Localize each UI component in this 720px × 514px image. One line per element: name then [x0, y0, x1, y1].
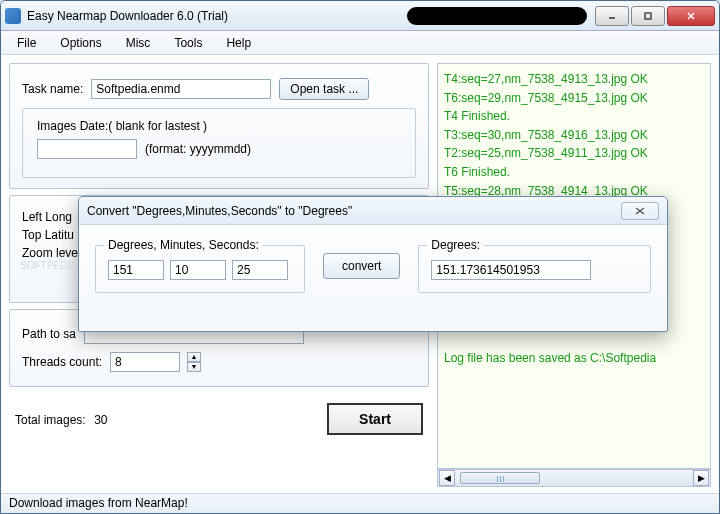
threads-label: Threads count:: [22, 355, 102, 369]
seconds-input[interactable]: [232, 260, 288, 280]
menu-options[interactable]: Options: [50, 34, 111, 52]
redaction-bar: [407, 7, 587, 25]
total-images-label: Total images:: [15, 413, 86, 427]
dms-legend: Degrees, Minutes, Seconds:: [104, 238, 263, 252]
result-input[interactable]: [431, 260, 591, 280]
scroll-left-icon[interactable]: ◀: [439, 470, 455, 486]
svg-rect-1: [645, 13, 651, 19]
total-images: Total images: 30: [15, 410, 108, 428]
task-name-label: Task name:: [22, 82, 83, 96]
maximize-button[interactable]: [631, 6, 665, 26]
dialog-close-button[interactable]: [621, 202, 659, 220]
degrees-fieldset: Degrees:: [418, 245, 651, 293]
images-date-format: (format: yyyymmdd): [145, 142, 251, 156]
images-date-input[interactable]: [37, 139, 137, 159]
scroll-track[interactable]: [456, 471, 692, 485]
menu-tools[interactable]: Tools: [164, 34, 212, 52]
threads-spinner[interactable]: ▲▼: [187, 352, 201, 372]
app-icon: [5, 8, 21, 24]
minutes-input[interactable]: [170, 260, 226, 280]
threads-input[interactable]: [110, 352, 180, 372]
menu-misc[interactable]: Misc: [116, 34, 161, 52]
close-button[interactable]: [667, 6, 715, 26]
total-images-value: 30: [94, 413, 107, 427]
convert-dialog: Convert "Degrees,Minutes,Seconds" to "De…: [78, 196, 668, 332]
open-task-button[interactable]: Open task ...: [279, 78, 369, 100]
top-lat-label: Top Latitu: [22, 228, 74, 242]
task-group: Task name: Open task ... Images Date:( b…: [9, 63, 429, 189]
menubar: File Options Misc Tools Help: [1, 31, 719, 55]
dms-fieldset: Degrees, Minutes, Seconds:: [95, 245, 305, 293]
zoom-label: Zoom leve: [22, 246, 78, 260]
degrees-legend: Degrees:: [427, 238, 484, 252]
images-date-group: Images Date:( blank for lastest ) (forma…: [22, 108, 416, 178]
dialog-title: Convert "Degrees,Minutes,Seconds" to "De…: [87, 204, 621, 218]
titlebar: Easy Nearmap Downloader 6.0 (Trial): [1, 1, 719, 31]
window-title: Easy Nearmap Downloader 6.0 (Trial): [27, 9, 407, 23]
dialog-body: Degrees, Minutes, Seconds: convert Degre…: [79, 225, 667, 307]
start-button[interactable]: Start: [327, 403, 423, 435]
window-buttons: [595, 6, 715, 26]
statusbar: Download images from NearMap!: [1, 493, 719, 513]
menu-file[interactable]: File: [7, 34, 46, 52]
images-date-label: Images Date:( blank for lastest ): [37, 119, 401, 133]
dialog-titlebar: Convert "Degrees,Minutes,Seconds" to "De…: [79, 197, 667, 225]
degrees-input[interactable]: [108, 260, 164, 280]
menu-help[interactable]: Help: [216, 34, 261, 52]
left-long-label: Left Long: [22, 210, 72, 224]
log-hscrollbar[interactable]: ◀ ▶: [437, 469, 711, 487]
convert-button[interactable]: convert: [323, 253, 400, 279]
scroll-right-icon[interactable]: ▶: [693, 470, 709, 486]
path-label: Path to sa: [22, 327, 76, 341]
scroll-thumb[interactable]: [460, 472, 540, 484]
minimize-button[interactable]: [595, 6, 629, 26]
task-name-input[interactable]: [91, 79, 271, 99]
